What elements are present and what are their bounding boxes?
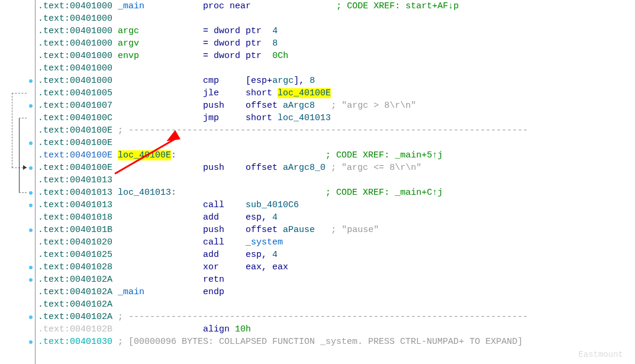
asm-line[interactable]: .text:00401005 jle short loc_40100E bbox=[38, 87, 528, 99]
asm-token: ; "argc > 8\r\n" bbox=[331, 101, 416, 111]
asm-line[interactable]: .text:00401000 envp = dword ptr 0Ch bbox=[38, 50, 528, 62]
asm-line[interactable]: .text:00401000 cmp [esp+argc], 8 bbox=[38, 75, 528, 87]
breakpoint-dot[interactable] bbox=[29, 228, 33, 232]
jump-target-icon bbox=[23, 165, 27, 170]
flow-line bbox=[19, 118, 27, 118]
asm-token: .text:0040100C bbox=[38, 113, 203, 123]
asm-token: .text:00401000 bbox=[38, 1, 118, 11]
asm-token bbox=[139, 38, 203, 49]
asm-line[interactable]: .text:00401000 bbox=[38, 12, 528, 25]
asm-token bbox=[262, 51, 272, 61]
breakpoint-dot[interactable] bbox=[29, 166, 33, 170]
asm-line[interactable]: .text:0040100C jmp short loc_401013 bbox=[38, 112, 528, 124]
asm-token bbox=[224, 225, 246, 235]
asm-token bbox=[315, 101, 331, 111]
asm-token bbox=[224, 163, 246, 173]
asm-line[interactable]: .text:00401018 add esp, 4 bbox=[38, 211, 528, 224]
asm-token: .text:0040100E bbox=[38, 150, 118, 160]
breakpoint-dot[interactable] bbox=[29, 204, 33, 207]
asm-token: argc bbox=[118, 26, 139, 36]
asm-token: .text:00401000 bbox=[38, 63, 112, 73]
asm-token: sub_4010C6 bbox=[246, 200, 299, 210]
asm-line[interactable]: .text:00401000 _main proc near ; CODE XR… bbox=[38, 0, 528, 12]
asm-line[interactable]: .text:0040102A retn bbox=[38, 273, 528, 286]
breakpoint-dot[interactable] bbox=[29, 278, 33, 282]
asm-token: = bbox=[203, 38, 214, 49]
asm-token bbox=[315, 225, 331, 235]
asm-line[interactable]: .text:0040100E ; -----------------------… bbox=[38, 124, 528, 137]
asm-token: .text:00401000 bbox=[38, 38, 118, 49]
asm-token: .text:00401013 bbox=[38, 200, 203, 210]
asm-token: [ bbox=[246, 76, 251, 86]
asm-line[interactable]: .text:0040102A _main endp bbox=[38, 286, 528, 298]
asm-token: jle bbox=[203, 88, 219, 98]
asm-token: esp, bbox=[246, 212, 272, 223]
breakpoint-dot[interactable] bbox=[29, 340, 33, 344]
asm-token: .text:00401000 bbox=[38, 26, 118, 36]
asm-token bbox=[219, 212, 246, 223]
asm-line[interactable]: .text:00401000 bbox=[38, 62, 528, 75]
asm-token bbox=[219, 262, 246, 272]
asm-token bbox=[251, 1, 336, 11]
asm-token: .text:00401020 bbox=[38, 237, 203, 247]
asm-token: .text:0040102A bbox=[38, 312, 118, 322]
breakpoint-dot[interactable] bbox=[29, 191, 33, 195]
asm-line[interactable]: .text:00401007 push offset aArgc8 ; "arg… bbox=[38, 99, 528, 112]
asm-line[interactable]: .text:00401013 bbox=[38, 174, 528, 186]
asm-line[interactable]: .text:0040100E loc_40100E: ; CODE XREF: … bbox=[38, 149, 528, 162]
asm-token: .text:00401013 bbox=[38, 188, 118, 198]
asm-line[interactable]: .text:00401025 add esp, 4 bbox=[38, 249, 528, 261]
asm-line[interactable]: .text:0040100E bbox=[38, 137, 528, 149]
asm-line[interactable]: .text:0040102A ; -----------------------… bbox=[38, 311, 528, 323]
asm-line[interactable]: .text:0040101B push offset aPause ; "pau… bbox=[38, 224, 528, 236]
asm-token: .text:00401028 bbox=[38, 262, 203, 272]
flow-line bbox=[19, 118, 20, 192]
breakpoint-dot[interactable] bbox=[29, 104, 33, 108]
watermark: Eastmount bbox=[578, 350, 623, 359]
asm-token: argc bbox=[272, 76, 294, 86]
breakpoint-dot[interactable] bbox=[29, 141, 33, 145]
asm-token: _main bbox=[118, 287, 144, 297]
asm-token bbox=[144, 1, 203, 11]
asm-line[interactable]: .text:0040100E push offset aArgc8_0 ; "a… bbox=[38, 162, 528, 174]
asm-line[interactable]: .text:00401028 xor eax, eax bbox=[38, 261, 528, 273]
disassembly-listing[interactable]: .text:00401000 _main proc near ; CODE XR… bbox=[38, 0, 528, 348]
asm-line[interactable]: .text:00401030 ; [00000096 BYTES: COLLAP… bbox=[38, 336, 528, 348]
breakpoint-dot[interactable] bbox=[29, 266, 33, 269]
breakpoint-dot[interactable] bbox=[29, 79, 33, 83]
breakpoint-dot[interactable] bbox=[29, 315, 33, 319]
asm-token: argv bbox=[118, 38, 139, 49]
asm-token: short bbox=[246, 88, 278, 98]
asm-token: esp bbox=[251, 76, 267, 86]
asm-token: = bbox=[203, 51, 214, 61]
asm-token: offset bbox=[246, 163, 283, 173]
asm-token: aArgc8 bbox=[283, 101, 315, 111]
asm-token: ; [00000096 BYTES: COLLAPSED FUNCTION _s… bbox=[118, 337, 523, 347]
asm-token: ; --------------------------------------… bbox=[118, 125, 528, 136]
asm-token: : bbox=[171, 150, 176, 160]
asm-token: dword ptr bbox=[214, 51, 262, 61]
asm-token: .text:00401025 bbox=[38, 250, 203, 260]
asm-line[interactable]: .text:00401013 loc_401013: ; CODE XREF: … bbox=[38, 186, 528, 199]
asm-token: ; "pause" bbox=[331, 225, 379, 235]
asm-token: _system bbox=[246, 237, 283, 247]
asm-token bbox=[224, 101, 246, 111]
gutter-separator bbox=[35, 0, 36, 364]
asm-token: dword ptr bbox=[214, 26, 262, 36]
asm-token bbox=[176, 150, 325, 160]
asm-line[interactable]: .text:00401000 argc = dword ptr 4 bbox=[38, 25, 528, 37]
asm-token: : bbox=[171, 188, 176, 198]
asm-line[interactable]: .text:00401000 argv = dword ptr 8 bbox=[38, 37, 528, 50]
asm-line[interactable]: .text:0040102B align 10h bbox=[38, 323, 528, 336]
asm-line[interactable]: .text:00401020 call _system bbox=[38, 236, 528, 249]
asm-token: offset bbox=[246, 225, 283, 235]
asm-line[interactable]: .text:0040102A bbox=[38, 298, 528, 311]
flow-line bbox=[12, 93, 27, 94]
asm-token: 8 bbox=[310, 76, 315, 86]
asm-token: .text:0040102A bbox=[38, 287, 118, 297]
asm-token: .text:00401000 bbox=[38, 14, 112, 24]
asm-token: aArgc8_0 bbox=[283, 163, 331, 173]
asm-line[interactable]: .text:00401013 call sub_4010C6 bbox=[38, 199, 528, 211]
asm-token: .text:0040101B bbox=[38, 225, 203, 235]
asm-token: 4 bbox=[272, 212, 278, 223]
